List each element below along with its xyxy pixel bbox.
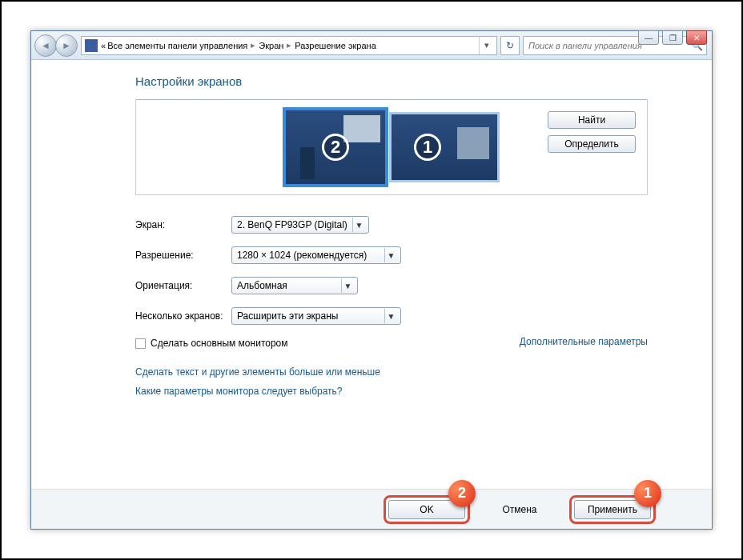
breadcrumb[interactable]: « Все элементы панели управления ▸ Экран…: [81, 36, 497, 55]
screen-dropdown[interactable]: 2. BenQ FP93GP (Digital) ▼: [231, 216, 369, 234]
multi-dropdown[interactable]: Расширить эти экраны ▼: [231, 307, 401, 325]
breadcrumb-level2[interactable]: Экран: [259, 41, 283, 50]
find-button[interactable]: Найти: [548, 111, 636, 129]
refresh-button[interactable]: ↻: [500, 36, 520, 55]
monitor-1-badge: 1: [414, 134, 441, 161]
chevron-down-icon: ▼: [352, 218, 365, 232]
page-title: Настройки экранов: [135, 74, 648, 88]
breadcrumb-level3[interactable]: Разрешение экрана: [295, 41, 376, 50]
back-button[interactable]: ◄: [34, 34, 57, 57]
monitor-2[interactable]: 2: [283, 108, 388, 186]
resolution-dropdown[interactable]: 1280 × 1024 (рекомендуется) ▼: [231, 246, 401, 264]
control-panel-icon: [85, 39, 98, 52]
make-main-label: Сделать основным монитором: [151, 338, 288, 349]
breadcrumb-level1[interactable]: Все элементы панели управления: [107, 41, 247, 50]
screen-label: Экран:: [135, 219, 231, 230]
chevron-down-icon: ▼: [384, 309, 397, 323]
chevron-right-icon: ▸: [285, 40, 293, 50]
nav-bar: ◄ ► « Все элементы панели управления ▸ Э…: [31, 31, 712, 60]
minimize-button[interactable]: —: [638, 30, 659, 45]
orientation-label: Ориентация:: [135, 280, 231, 291]
annotation-badge-1: 1: [634, 480, 661, 507]
identify-button[interactable]: Определить: [548, 135, 636, 153]
orientation-dropdown[interactable]: Альбомная ▼: [231, 277, 358, 294]
forward-button[interactable]: ►: [55, 34, 78, 57]
breadcrumb-dropdown[interactable]: ▾: [479, 37, 493, 54]
chevron-down-icon: ▼: [384, 248, 397, 262]
monitor-2-badge: 2: [322, 134, 349, 161]
close-button[interactable]: ✕: [686, 30, 707, 45]
chevron-down-icon: ▼: [341, 278, 354, 293]
footer-bar: 2 OK Отмена 1 Применить: [31, 489, 712, 529]
breadcrumb-prefix: «: [101, 41, 106, 50]
advanced-link[interactable]: Дополнительные параметры: [520, 336, 648, 347]
text-size-link[interactable]: Сделать текст и другие элементы больше и…: [135, 366, 648, 378]
chevron-right-icon: ▸: [249, 40, 257, 50]
multi-label: Несколько экранов:: [135, 310, 231, 322]
make-main-checkbox[interactable]: [135, 338, 146, 349]
monitor-1[interactable]: 1: [389, 112, 500, 182]
which-settings-link[interactable]: Какие параметры монитора следует выбрать…: [135, 386, 648, 397]
cancel-button[interactable]: Отмена: [481, 500, 558, 519]
annotation-badge-2: 2: [448, 480, 476, 507]
maximize-button[interactable]: ❐: [662, 30, 683, 45]
monitor-preview: 2 1 Найти Определить: [135, 99, 648, 195]
resolution-label: Разрешение:: [135, 250, 231, 261]
